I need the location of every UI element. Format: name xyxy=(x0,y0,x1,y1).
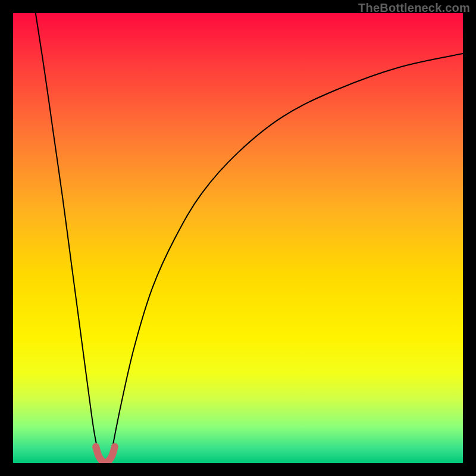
u-marker xyxy=(96,447,115,463)
curve-right-branch xyxy=(109,54,463,463)
watermark-text: TheBottleneck.com xyxy=(358,1,470,15)
plot-area xyxy=(13,13,463,463)
chart-svg xyxy=(13,13,463,463)
curve-left-branch xyxy=(36,13,101,463)
